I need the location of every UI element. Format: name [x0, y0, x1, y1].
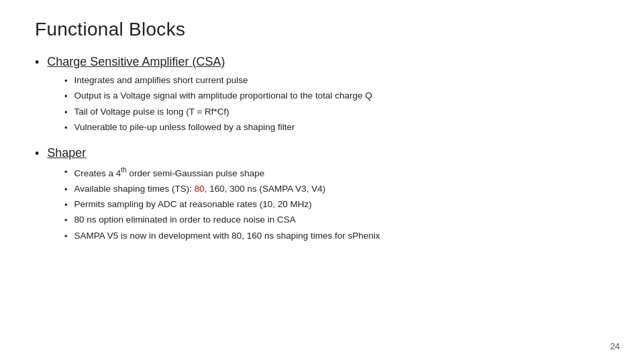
- csa-sub-dot-1: •: [64, 91, 68, 101]
- csa-sub-item-0: • Integrates and amplifies short current…: [64, 74, 609, 87]
- shaper-sub-text-3: 80 ns option eliminated in order to redu…: [74, 213, 296, 227]
- shaper-sub-text-4: SAMPA V5 is now in development with 80, …: [74, 229, 380, 243]
- section-shaper: • Shaper • Creates a 4th order semi-Gaus…: [35, 146, 609, 243]
- sup-th: th: [121, 166, 126, 174]
- shaper-sub-item-1: • Available shaping times (TS): 80, 160,…: [64, 182, 609, 196]
- shaper-sub-item-4: • SAMPA V5 is now in development with 80…: [64, 229, 609, 243]
- highlight-80: 80: [195, 184, 205, 194]
- csa-sub-item-2: • Tail of Voltage pulse is long (T = Rf*…: [64, 105, 609, 119]
- csa-label: Charge Sensitive Amplifier (CSA): [47, 55, 225, 69]
- section-csa: • Charge Sensitive Amplifier (CSA) • Int…: [35, 55, 609, 134]
- shaper-sub-dot-1: •: [64, 184, 68, 194]
- csa-bullet-dot: •: [35, 56, 39, 70]
- shaper-bullet-dot: •: [35, 147, 39, 161]
- csa-sub-dot-3: •: [64, 123, 68, 133]
- csa-sub-text-2: Tail of Voltage pulse is long (T = Rf*Cf…: [74, 105, 229, 119]
- csa-sub-item-1: • Output is a Voltage signal with amplit…: [64, 89, 609, 103]
- csa-sub-dot-0: •: [64, 76, 68, 86]
- csa-sub-item-3: • Vulnerable to pile-up unless followed …: [64, 121, 609, 134]
- shaper-sub-dot-4: •: [64, 231, 68, 241]
- csa-sub-text-0: Integrates and amplifies short current p…: [74, 74, 248, 87]
- shaper-sub-item-2: • Permits sampling by ADC at reasonable …: [64, 198, 609, 211]
- shaper-label: Shaper: [47, 146, 86, 160]
- shaper-sub-item-3: • 80 ns option eliminated in order to re…: [64, 213, 609, 227]
- shaper-sub-text-0: Creates a 4th order semi-Gaussian pulse …: [74, 165, 265, 180]
- shaper-header-row: • Shaper: [35, 146, 609, 161]
- page-number: 24: [610, 341, 620, 351]
- slide-title: Functional Blocks: [35, 19, 609, 40]
- csa-sub-text-1: Output is a Voltage signal with amplitud…: [74, 89, 372, 103]
- csa-sub-dot-2: •: [64, 107, 68, 117]
- shaper-sub-bullets: • Creates a 4th order semi-Gaussian puls…: [64, 165, 609, 243]
- shaper-sub-dot-3: •: [64, 215, 68, 225]
- slide-container: Functional Blocks • Charge Sensitive Amp…: [0, 0, 644, 362]
- shaper-sub-item-0: • Creates a 4th order semi-Gaussian puls…: [64, 165, 609, 180]
- csa-header-row: • Charge Sensitive Amplifier (CSA): [35, 55, 609, 70]
- csa-sub-bullets: • Integrates and amplifies short current…: [64, 74, 609, 134]
- shaper-sub-dot-2: •: [64, 200, 68, 210]
- csa-sub-text-3: Vulnerable to pile-up unless followed by…: [74, 121, 295, 134]
- shaper-sub-text-1: Available shaping times (TS): 80, 160, 3…: [74, 182, 326, 196]
- shaper-sub-dot-0: •: [64, 167, 68, 177]
- shaper-sub-text-2: Permits sampling by ADC at reasonable ra…: [74, 198, 312, 211]
